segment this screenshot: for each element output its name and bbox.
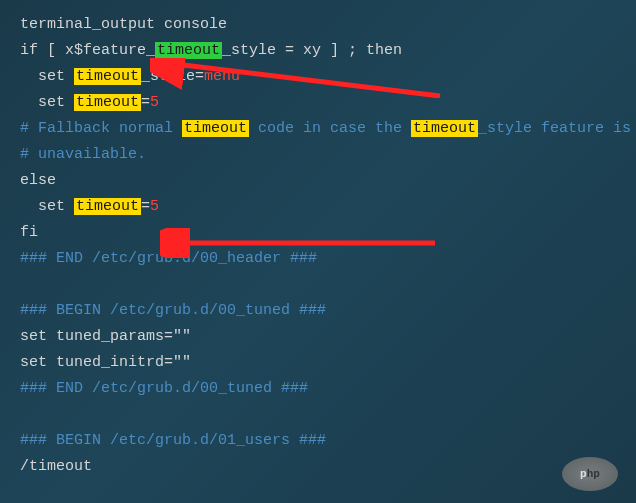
red-value: menu bbox=[204, 68, 240, 85]
red-value: 5 bbox=[150, 94, 159, 111]
logo-text-p: p bbox=[580, 468, 587, 480]
highlight-yellow: timeout bbox=[74, 198, 141, 215]
code-text: = bbox=[141, 94, 150, 111]
code-line-9: fi bbox=[20, 220, 616, 246]
string-text: "" bbox=[173, 354, 191, 371]
comment-text: ### BEGIN /etc/grub.d/01_users ### bbox=[20, 432, 326, 449]
code-text: set bbox=[38, 94, 74, 111]
code-text: set tuned_initrd= bbox=[20, 354, 173, 371]
code-line-5: # Fallback normal timeout code in case t… bbox=[20, 116, 616, 142]
code-text: set tuned_params= bbox=[20, 328, 173, 345]
comment-text: # Fallback normal bbox=[20, 120, 182, 137]
code-text: _style = xy ] ; then bbox=[222, 42, 402, 59]
string-text: "" bbox=[173, 328, 191, 345]
comment-text: code in case the bbox=[249, 120, 411, 137]
code-line-17: ### BEGIN /etc/grub.d/01_users ### bbox=[20, 428, 616, 454]
code-line-8: set timeout=5 bbox=[20, 194, 616, 220]
code-line-6: # unavailable. bbox=[20, 142, 616, 168]
code-text: _style= bbox=[141, 68, 204, 85]
highlight-yellow: timeout bbox=[411, 120, 478, 137]
code-text: if [ x$feature_ bbox=[20, 42, 155, 59]
code-text: set bbox=[38, 198, 74, 215]
red-value: 5 bbox=[150, 198, 159, 215]
code-text: /timeout bbox=[20, 458, 92, 475]
code-line-12: ### BEGIN /etc/grub.d/00_tuned ### bbox=[20, 298, 616, 324]
highlight-yellow: timeout bbox=[74, 94, 141, 111]
code-line-2: if [ x$feature_timeout_style = xy ] ; th… bbox=[20, 38, 616, 64]
code-text: = bbox=[141, 198, 150, 215]
code-text: set bbox=[38, 68, 74, 85]
code-line-15: ### END /etc/grub.d/00_tuned ### bbox=[20, 376, 616, 402]
highlight-yellow: timeout bbox=[74, 68, 141, 85]
comment-text: _style feature is bbox=[478, 120, 631, 137]
code-line-16 bbox=[20, 402, 616, 428]
highlight-yellow: timeout bbox=[182, 120, 249, 137]
code-line-13: set tuned_params="" bbox=[20, 324, 616, 350]
code-line-18: /timeout bbox=[20, 454, 616, 480]
comment-text: ### END /etc/grub.d/00_header ### bbox=[20, 250, 317, 267]
logo-text-hp: hp bbox=[587, 468, 600, 480]
comment-text: # unavailable. bbox=[20, 146, 146, 163]
highlight-green: timeout bbox=[155, 42, 222, 59]
code-text: fi bbox=[20, 224, 38, 241]
code-line-10: ### END /etc/grub.d/00_header ### bbox=[20, 246, 616, 272]
code-line-7: else bbox=[20, 168, 616, 194]
code-line-1: terminal_output console bbox=[20, 12, 616, 38]
code-text: else bbox=[20, 172, 56, 189]
code-text: terminal_output console bbox=[20, 16, 227, 33]
code-line-4: set timeout=5 bbox=[20, 90, 616, 116]
code-line-14: set tuned_initrd="" bbox=[20, 350, 616, 376]
code-line-11 bbox=[20, 272, 616, 298]
comment-text: ### END /etc/grub.d/00_tuned ### bbox=[20, 380, 308, 397]
code-line-3: set timeout_style=menu bbox=[20, 64, 616, 90]
comment-text: ### BEGIN /etc/grub.d/00_tuned ### bbox=[20, 302, 326, 319]
watermark-logo: php bbox=[562, 457, 618, 491]
